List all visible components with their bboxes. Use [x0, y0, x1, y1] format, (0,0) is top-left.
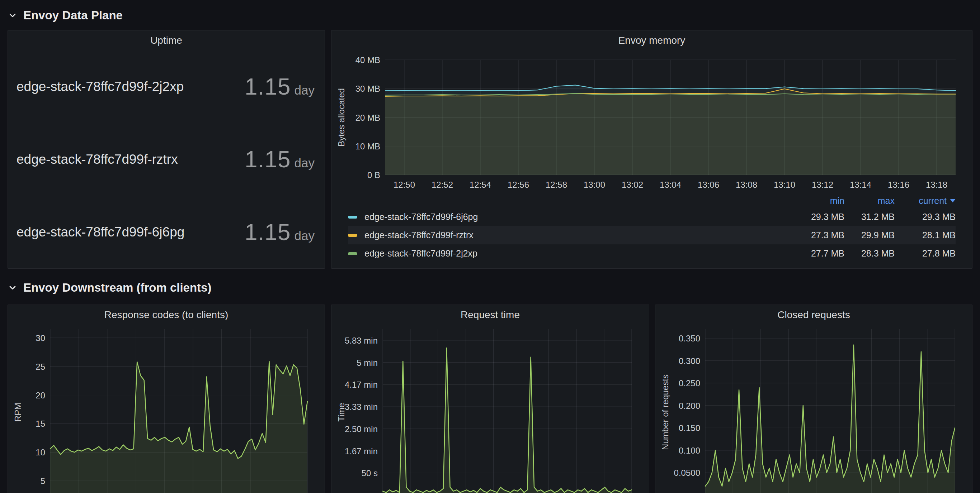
svg-text:12:54: 12:54 — [469, 180, 491, 190]
svg-text:5 min: 5 min — [356, 358, 378, 368]
legend-row: edge-stack-78ffc7d99f-2j2xp 27.7 MB 28.3… — [348, 244, 956, 263]
series-max: 28.3 MB — [845, 248, 895, 259]
series-current: 27.8 MB — [895, 248, 956, 259]
closed-requests-panel: Closed requests 0.05000.1000.1500.2000.2… — [655, 304, 972, 493]
legend-row: edge-stack-78ffc7d99f-6j6pg 29.3 MB 31.2… — [348, 208, 956, 226]
svg-text:13:04: 13:04 — [660, 180, 681, 190]
legend-sort-current-label: current — [919, 196, 947, 206]
svg-text:12:50: 12:50 — [393, 180, 415, 190]
pod-name: edge-stack-78ffc7d99f-6j6pg — [16, 225, 185, 240]
envoy-memory-chart[interactable]: 0 B10 MB20 MB30 MB40 MB12:5012:5212:5412… — [331, 51, 972, 192]
svg-text:25: 25 — [35, 362, 45, 371]
section-title: Envoy Data Plane — [23, 9, 123, 22]
svg-text:RPM: RPM — [13, 403, 22, 422]
series-max: 29.9 MB — [845, 230, 895, 240]
uptime-panel: Uptime edge-stack-78ffc7d99f-2j2xp 1.15 … — [8, 30, 325, 269]
svg-text:Number of requests: Number of requests — [660, 374, 670, 450]
svg-text:12:52: 12:52 — [431, 180, 453, 190]
panel-title[interactable]: Response codes (to clients) — [8, 305, 325, 325]
panel-title[interactable]: Request time — [331, 305, 649, 325]
svg-text:3.33 min: 3.33 min — [345, 402, 378, 412]
svg-text:12:58: 12:58 — [546, 180, 567, 190]
series-name[interactable]: edge-stack-78ffc7d99f-6j6pg — [364, 212, 794, 222]
svg-text:1.67 min: 1.67 min — [345, 446, 378, 456]
svg-text:30: 30 — [35, 333, 45, 343]
series-color-swatch — [348, 234, 357, 237]
response-codes-panel: Response codes (to clients) 51015202530R… — [8, 304, 325, 493]
uptime-value: 1.15 day — [245, 73, 315, 100]
svg-text:13:02: 13:02 — [622, 180, 643, 190]
caret-down-icon — [950, 199, 956, 203]
svg-text:10 MB: 10 MB — [355, 141, 380, 151]
request-time-chart[interactable]: 50 s1.67 min2.50 min3.33 min4.17 min5 mi… — [331, 325, 649, 493]
svg-text:13:00: 13:00 — [584, 180, 605, 190]
memory-legend: min max current edge-stack-78ffc7d99f-6j… — [331, 192, 972, 268]
series-min: 29.3 MB — [794, 212, 845, 222]
legend-header: min max current — [348, 193, 956, 208]
svg-text:0.300: 0.300 — [679, 356, 700, 366]
panel-title[interactable]: Envoy memory — [331, 30, 972, 51]
svg-text:0.150: 0.150 — [679, 423, 700, 433]
svg-text:20: 20 — [35, 390, 45, 400]
svg-text:13:12: 13:12 — [812, 180, 833, 190]
svg-text:0.350: 0.350 — [679, 334, 700, 343]
pod-name: edge-stack-78ffc7d99f-2j2xp — [16, 79, 184, 94]
legend-sort-min[interactable]: min — [794, 196, 845, 206]
legend-sort-current[interactable]: current — [895, 196, 956, 206]
svg-text:10: 10 — [35, 447, 45, 457]
svg-text:15: 15 — [35, 419, 45, 428]
series-current: 29.3 MB — [895, 212, 956, 222]
pod-name: edge-stack-78ffc7d99f-rztrx — [16, 152, 178, 167]
svg-text:50 s: 50 s — [361, 468, 378, 478]
svg-text:4.17 min: 4.17 min — [345, 380, 378, 390]
svg-text:20 MB: 20 MB — [355, 113, 380, 122]
series-current: 28.1 MB — [895, 230, 956, 240]
svg-text:0.250: 0.250 — [679, 378, 700, 388]
envoy-memory-panel: Envoy memory 0 B10 MB20 MB30 MB40 MB12:5… — [331, 30, 972, 269]
svg-text:Bytes allocated: Bytes allocated — [336, 88, 346, 147]
svg-text:Time: Time — [336, 403, 346, 421]
series-min: 27.3 MB — [794, 230, 845, 240]
row-header-envoy-downstream[interactable]: Envoy Downstream (from clients) — [8, 279, 211, 296]
svg-text:13:08: 13:08 — [736, 180, 757, 190]
series-color-swatch — [348, 252, 357, 255]
closed-requests-chart[interactable]: 0.05000.1000.1500.2000.2500.3000.350Numb… — [655, 325, 972, 493]
svg-text:5: 5 — [41, 476, 45, 486]
svg-text:0.200: 0.200 — [679, 401, 700, 411]
svg-text:12:56: 12:56 — [508, 180, 529, 190]
uptime-value: 1.15 day — [245, 219, 315, 246]
uptime-row: edge-stack-78ffc7d99f-rztrx 1.15 day — [10, 123, 323, 196]
series-name[interactable]: edge-stack-78ffc7d99f-2j2xp — [364, 248, 794, 259]
svg-text:13:18: 13:18 — [926, 180, 947, 190]
uptime-value: 1.15 day — [245, 146, 315, 173]
series-max: 31.2 MB — [845, 212, 895, 222]
uptime-unit: day — [294, 228, 315, 243]
series-name[interactable]: edge-stack-78ffc7d99f-rztrx — [364, 230, 794, 240]
svg-text:13:16: 13:16 — [888, 180, 909, 190]
chevron-down-icon — [8, 10, 18, 21]
uptime-row: edge-stack-78ffc7d99f-6j6pg 1.15 day — [10, 196, 323, 268]
legend-row: edge-stack-78ffc7d99f-rztrx 27.3 MB 29.9… — [348, 226, 956, 244]
svg-text:2.50 min: 2.50 min — [345, 424, 378, 434]
svg-text:0.0500: 0.0500 — [674, 468, 700, 477]
uptime-number: 1.15 — [245, 219, 291, 246]
panel-title[interactable]: Uptime — [8, 30, 325, 51]
uptime-unit: day — [294, 83, 315, 97]
svg-text:13:06: 13:06 — [698, 180, 719, 190]
panel-title[interactable]: Closed requests — [655, 305, 972, 325]
uptime-rows: edge-stack-78ffc7d99f-2j2xp 1.15 day edg… — [8, 51, 325, 268]
request-time-panel: Request time 50 s1.67 min2.50 min3.33 mi… — [331, 304, 649, 493]
uptime-number: 1.15 — [245, 146, 291, 173]
uptime-number: 1.15 — [245, 73, 291, 100]
svg-text:0 B: 0 B — [368, 170, 380, 180]
uptime-row: edge-stack-78ffc7d99f-2j2xp 1.15 day — [10, 51, 323, 123]
svg-text:30 MB: 30 MB — [355, 84, 380, 94]
response-codes-chart[interactable]: 51015202530RPM — [8, 325, 325, 493]
row-header-envoy-data-plane[interactable]: Envoy Data Plane — [8, 7, 123, 24]
svg-text:5.83 min: 5.83 min — [345, 336, 378, 346]
legend-sort-max[interactable]: max — [845, 196, 895, 206]
series-color-swatch — [348, 216, 357, 219]
chevron-down-icon — [8, 283, 18, 293]
svg-text:0.100: 0.100 — [679, 446, 700, 455]
section-title: Envoy Downstream (from clients) — [23, 281, 211, 295]
